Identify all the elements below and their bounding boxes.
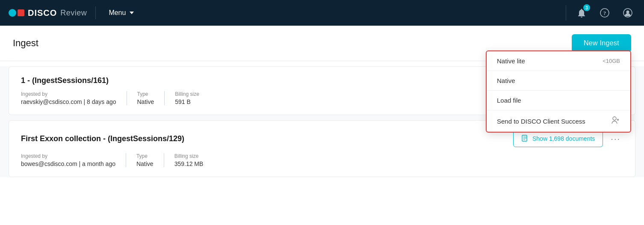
logo-area: DISCO Review bbox=[9, 8, 87, 18]
ingested-by-label-2: Ingested by bbox=[21, 153, 115, 159]
page-title: Ingest bbox=[13, 38, 38, 49]
dropdown-item-load-file[interactable]: Load file bbox=[487, 91, 630, 110]
dropdown-container: Native lite <10GB Native Load file Send … bbox=[486, 50, 631, 133]
svg-point-3 bbox=[626, 11, 629, 14]
new-ingest-dropdown: Native lite <10GB Native Load file Send … bbox=[486, 50, 631, 133]
type-label-2: Type bbox=[136, 153, 154, 159]
svg-text:?: ? bbox=[603, 10, 606, 16]
billing-label-1: Billing size bbox=[175, 91, 199, 97]
meta-ingested-by-1: Ingested by raevskiy@csdisco.com | 8 day… bbox=[21, 91, 127, 105]
ingest-card-2-header: First Exxon collection - (IngestSessions… bbox=[21, 130, 623, 147]
type-value-1: Native bbox=[137, 98, 154, 105]
nav-right-separator bbox=[566, 5, 566, 21]
help-icon: ? bbox=[600, 8, 609, 18]
disco-client-success-label: Send to DISCO Client Success bbox=[497, 118, 585, 125]
menu-label: Menu bbox=[109, 9, 126, 17]
user-icon bbox=[623, 8, 632, 18]
type-label-1: Type bbox=[137, 91, 154, 97]
billing-value-1: 591 B bbox=[175, 98, 199, 105]
help-button[interactable]: ? bbox=[597, 5, 612, 21]
svg-point-4 bbox=[613, 117, 616, 120]
type-value-2: Native bbox=[136, 160, 154, 167]
load-file-label: Load file bbox=[497, 97, 521, 104]
chevron-down-icon bbox=[130, 12, 134, 14]
document-icon bbox=[521, 135, 529, 142]
dropdown-item-disco-client-success[interactable]: Send to DISCO Client Success bbox=[487, 110, 630, 132]
logo-icon bbox=[9, 9, 24, 17]
nav-right-area: 3 ? bbox=[566, 5, 635, 21]
product-name: Review bbox=[60, 9, 87, 18]
main-content: Ingest New Ingest Native lite <10GB Nati… bbox=[0, 26, 644, 225]
ingest-title-1: 1 - (IngestSessions/161) bbox=[21, 76, 109, 85]
notifications-button[interactable]: 3 bbox=[574, 5, 589, 21]
native-label: Native bbox=[497, 77, 515, 84]
top-navigation: DISCO Review Menu 3 ? bbox=[0, 0, 644, 26]
billing-label-2: Billing size bbox=[174, 153, 204, 159]
native-lite-label: Native lite bbox=[497, 57, 525, 65]
meta-billing-2: Billing size 359.12 MB bbox=[164, 153, 214, 167]
ingest-actions-2: Show 1,698 documents ··· bbox=[513, 130, 623, 147]
client-success-icon bbox=[612, 116, 620, 126]
meta-type-2: Type Native bbox=[126, 153, 164, 167]
new-ingest-button[interactable]: New Ingest bbox=[572, 34, 631, 52]
ingest-title-2: First Exxon collection - (IngestSessions… bbox=[21, 134, 184, 143]
meta-ingested-by-2: Ingested by bowes@csdisco.com | a month … bbox=[21, 153, 126, 167]
more-options-button[interactable]: ··· bbox=[608, 131, 623, 146]
dropdown-item-native[interactable]: Native bbox=[487, 71, 630, 91]
logo-square bbox=[18, 9, 24, 16]
user-avatar-button[interactable] bbox=[620, 5, 635, 21]
brand-name: DISCO bbox=[28, 8, 57, 18]
native-lite-badge: <10GB bbox=[603, 58, 620, 64]
billing-value-2: 359.12 MB bbox=[174, 160, 204, 167]
show-docs-label: Show 1,698 documents bbox=[532, 135, 595, 142]
show-documents-button[interactable]: Show 1,698 documents bbox=[513, 130, 603, 147]
meta-type-1: Type Native bbox=[127, 91, 165, 105]
dropdown-item-native-lite[interactable]: Native lite <10GB bbox=[487, 51, 630, 71]
notification-count: 3 bbox=[583, 4, 590, 11]
ingested-by-value-2: bowes@csdisco.com | a month ago bbox=[21, 160, 115, 167]
meta-billing-1: Billing size 591 B bbox=[165, 91, 210, 105]
menu-button[interactable]: Menu bbox=[104, 6, 138, 19]
ingest-meta-2: Ingested by bowes@csdisco.com | a month … bbox=[21, 153, 623, 167]
ingested-by-label-1: Ingested by bbox=[21, 91, 116, 97]
nav-divider bbox=[95, 6, 96, 19]
ingested-by-value-1: raevskiy@csdisco.com | 8 days ago bbox=[21, 98, 116, 105]
logo-circle bbox=[9, 9, 16, 17]
